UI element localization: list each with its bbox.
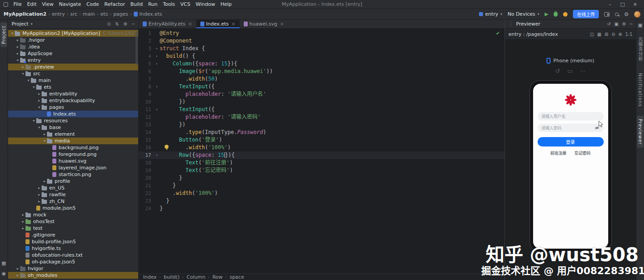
tab-huawei-svg[interactable]: huawei.svg× — [240, 20, 288, 28]
tree-item-starticon-png[interactable]: startIcon.png — [8, 171, 138, 178]
fold-icon[interactable]: ▾ — [154, 106, 160, 113]
code-line-17[interactable]: 17▾ Row({space: 15}){ — [139, 151, 504, 159]
code-line-7[interactable]: 7 .width(50) — [139, 75, 504, 83]
tool-tab-[interactable]: 元服务分析 — [636, 34, 644, 65]
fold-icon[interactable]: ▾ — [154, 83, 160, 90]
tree-item-media[interactable]: ▾media — [8, 138, 138, 144]
tree-item-main[interactable]: ▾main — [8, 77, 138, 84]
minimize-button[interactable]: – — [604, 1, 616, 7]
expand-icon[interactable]: ▸ — [21, 213, 25, 217]
code-line-2[interactable]: 2@Component — [139, 37, 504, 45]
code-line-15[interactable]: 15 Button('登录') — [139, 136, 504, 144]
debug-button[interactable] — [554, 12, 558, 17]
tree-item-src[interactable]: ▾src — [8, 70, 138, 77]
tree-item-resources[interactable]: ▾resources — [8, 117, 138, 124]
more-icon[interactable]: ⋯ — [580, 68, 586, 74]
code-line-21[interactable]: 21 } — [139, 182, 504, 190]
code-line-12[interactable]: 12 placeholder: '请输入密码' — [139, 113, 504, 121]
register-link[interactable]: 前往注册 — [550, 150, 566, 156]
fold-icon[interactable]: ▾ — [154, 151, 160, 159]
collapse-icon[interactable]: ▾ — [37, 125, 42, 129]
crumb-main[interactable]: main — [83, 11, 95, 17]
tool-tab-previewer[interactable]: Previewer — [637, 116, 644, 148]
tool-tab-project[interactable]: Project — [0, 22, 7, 47]
menu-refactor[interactable]: Refactor — [102, 1, 127, 7]
grid-icon[interactable]: ▦ — [597, 32, 601, 37]
intention-bulb-icon[interactable] — [165, 145, 169, 149]
menu-tools[interactable]: Tools — [160, 1, 178, 7]
tree-item-base[interactable]: ▾base — [8, 124, 138, 131]
collapse-icon[interactable]: ▾ — [42, 139, 47, 143]
menu-edit[interactable]: Edit — [24, 1, 39, 7]
code-line-8[interactable]: 8▾ TextInput({ — [139, 83, 504, 90]
tab-entryability-ets[interactable]: EntryAbility.ets× — [139, 20, 196, 28]
tree-item-foreground-png[interactable]: foreground.png — [8, 151, 138, 158]
tree-item-entrybackupability[interactable]: ▸entrybackupability — [8, 97, 138, 104]
panel-options-icon[interactable]: ⚙ — [123, 22, 127, 26]
expand-icon[interactable]: ▸ — [15, 267, 20, 271]
code-line-4[interactable]: 4▾ build() { — [139, 52, 504, 60]
breadcrumb-column[interactable]: Column — [186, 274, 205, 280]
expand-icon[interactable]: ▸ — [21, 65, 25, 69]
user-avatar[interactable] — [634, 11, 640, 17]
password-input[interactable]: 请输入密码 — [538, 124, 604, 132]
zoom-in-icon[interactable]: ⊕ — [619, 32, 622, 37]
zoom-ratio-label[interactable]: 1:1 — [625, 32, 632, 37]
expand-icon[interactable]: ▸ — [42, 179, 47, 183]
project-view-selector[interactable]: Project ▾ — [12, 21, 33, 27]
assistant-tool-icon[interactable]: ▣ — [638, 22, 642, 28]
expand-icon[interactable]: ▸ — [15, 45, 20, 49]
collapse-icon[interactable]: ▾ — [15, 58, 20, 62]
run-button[interactable]: ▶ — [545, 11, 548, 17]
tree-item-obfuscation-rules-txt[interactable]: obfuscation-rules.txt — [8, 252, 138, 258]
layout-tool-icon[interactable]: ▦ — [1, 260, 6, 266]
expand-icon[interactable]: ▸ — [37, 92, 42, 96]
tree-item-idea[interactable]: ▸.idea — [8, 43, 138, 50]
login-button[interactable]: 登录 — [538, 137, 604, 146]
code-editor[interactable]: ✔ 1@Entry2@Component3▾struct Index {4▾ b… — [139, 29, 504, 273]
fold-icon[interactable]: ▾ — [154, 45, 160, 52]
breadcrumb-space[interactable]: space — [229, 274, 244, 280]
crumb-entry[interactable]: entry — [52, 11, 65, 17]
code-line-14[interactable]: 14 .type(InputType.Password) — [139, 129, 504, 136]
crumb-src[interactable]: src — [70, 11, 77, 17]
tree-item-ohostest[interactable]: ▸ohosTest — [8, 218, 138, 225]
tree-item-gitignore[interactable]: .gitignore — [8, 232, 138, 238]
expand-icon[interactable]: ▸ — [15, 52, 20, 56]
expand-icon[interactable]: ▸ — [15, 38, 20, 42]
crumb-ets[interactable]: ets — [101, 11, 108, 17]
zoom-out-icon[interactable]: ⊖ — [611, 32, 615, 37]
code-line-9[interactable]: 9 placeholder: '请输入用户名' — [139, 90, 504, 98]
tree-item-zh-cn[interactable]: ▸zh_CN — [8, 198, 138, 205]
tree-item-module-json5[interactable]: module.json5 — [8, 205, 138, 211]
breadcrumb-index[interactable]: Index — [143, 274, 157, 280]
inspect-icon[interactable]: ⊞ — [605, 32, 608, 37]
code-line-3[interactable]: 3▾struct Index { — [139, 45, 504, 52]
forgot-password-link[interactable]: 忘记密码 — [575, 150, 591, 156]
breadcrumb-row[interactable]: Row — [212, 274, 223, 280]
code-line-22[interactable]: 22 .width('100%') — [139, 190, 504, 197]
code-line-5[interactable]: 5▾ Column({space: 15}){ — [139, 60, 504, 68]
tree-item-myapplication2-myapplication[interactable]: ▾MyApplication2 [MyApplication]C:\Users\… — [8, 30, 138, 37]
tree-item-build-profile-json5[interactable]: build-profile.json5 — [8, 238, 138, 245]
tree-item-en-us[interactable]: ▸en_US — [8, 185, 138, 191]
menu-build[interactable]: Build — [128, 1, 146, 7]
tree-item-hvigorfile-ts[interactable]: hvigorfile.ts — [8, 245, 138, 252]
problems-tool-icon[interactable]: ◉ — [2, 271, 6, 276]
expand-icon[interactable]: ▸ — [37, 99, 42, 103]
collapse-icon[interactable]: ▾ — [26, 78, 31, 82]
code-line-16[interactable]: 16 .width('100%') — [139, 144, 504, 151]
device-manager-icon[interactable] — [604, 12, 610, 17]
collapse-icon[interactable]: ▾ — [31, 85, 36, 89]
collapse-icon[interactable]: ▾ — [37, 105, 42, 109]
code-line-13[interactable]: 13 }) — [139, 121, 504, 129]
username-input[interactable]: 请输入用户名 — [538, 112, 604, 121]
tree-item-entry[interactable]: ▾entry — [8, 57, 138, 64]
fold-icon[interactable]: ▾ — [154, 60, 160, 68]
expand-icon[interactable]: ▸ — [15, 273, 20, 277]
tree-item-entryability[interactable]: ▸entryability — [8, 90, 138, 97]
locate-file-icon[interactable]: ⊙ — [107, 22, 110, 26]
expand-icon[interactable]: ▸ — [37, 193, 42, 197]
tree-item-rawfile[interactable]: ▸rawfile — [8, 191, 138, 198]
device-selector[interactable]: No Devices ▾ — [508, 11, 539, 17]
